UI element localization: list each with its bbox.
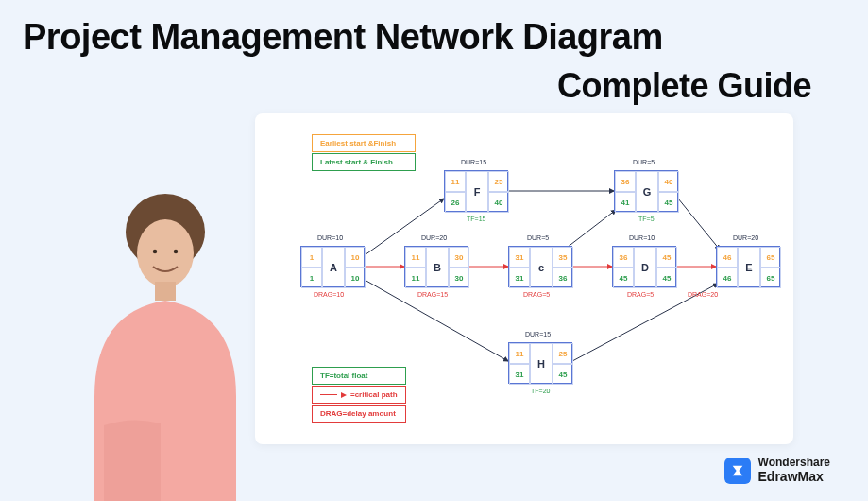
activity-node-a: 1 A 10 1 10	[300, 246, 365, 287]
node-d-es: 36	[613, 247, 634, 268]
node-f-es: 11	[445, 171, 466, 192]
legend-critical-path-label: =critical path	[350, 390, 398, 399]
activity-node-h: 11 H 25 31 45	[508, 342, 572, 384]
node-e-es: 46	[717, 247, 738, 268]
page-title-line2: Complete Guide	[557, 66, 811, 106]
node-a-id: A	[322, 247, 345, 288]
activity-node-f: 11 F 25 26 40	[444, 170, 508, 212]
node-c-ls: 31	[509, 268, 530, 288]
brand-logo: Wondershare EdrawMax	[724, 457, 830, 484]
node-d-id: D	[634, 247, 656, 288]
node-b-drag: DRAG=15	[417, 291, 448, 298]
node-c-ef: 35	[553, 247, 573, 268]
svg-point-12	[137, 219, 194, 287]
activity-node-e: 46 E 65 46 65	[716, 246, 780, 287]
node-f-id: F	[466, 171, 488, 213]
node-e-ef: 65	[760, 247, 781, 268]
node-c-id: c	[530, 247, 553, 288]
node-c-drag: DRAG=5	[523, 291, 550, 298]
node-d-ls: 45	[613, 268, 634, 288]
svg-line-6	[567, 210, 616, 248]
node-g-tf: TF=5	[638, 216, 655, 222]
node-h-id: H	[530, 343, 553, 385]
activity-node-g: 36 G 40 41 45	[614, 170, 678, 212]
activity-node-b: 11 B 30 11 30	[404, 246, 468, 287]
node-e-duration: DUR=20	[733, 234, 758, 241]
node-f-duration: DUR=15	[461, 159, 486, 165]
node-f-tf: TF=15	[467, 216, 485, 222]
node-b-duration: DUR=20	[421, 234, 447, 241]
node-h-ls: 31	[509, 364, 530, 385]
node-g-duration: DUR=5	[633, 159, 655, 165]
node-h-lf: 45	[553, 364, 573, 385]
critical-path-line-icon	[320, 394, 337, 395]
svg-point-15	[174, 250, 178, 253]
person-photo	[57, 180, 274, 501]
node-f-ef: 25	[488, 171, 509, 192]
node-b-ls: 11	[405, 268, 426, 288]
node-h-es: 11	[509, 343, 530, 364]
node-a-lf: 10	[345, 268, 366, 288]
legend-total-float: TF=total float	[312, 367, 406, 385]
legend-drag-amount: DRAG=delay amount	[312, 405, 406, 423]
node-g-ef: 40	[658, 171, 679, 192]
node-a-es: 1	[301, 247, 322, 268]
legend-earliest-start-finish: Earliest start &Finish	[312, 134, 416, 152]
node-g-id: G	[636, 171, 658, 213]
node-b-lf: 30	[449, 268, 469, 288]
node-e-ls: 46	[717, 268, 738, 288]
node-d-drag: DRAG=5	[627, 291, 654, 298]
node-b-id: B	[426, 247, 449, 288]
network-diagram-card: Earliest start &Finish Latest start & Fi…	[255, 113, 793, 444]
node-a-drag: DRAG=10	[314, 291, 344, 298]
svg-line-7	[678, 199, 720, 250]
node-e-drag: DRAG=20	[688, 291, 718, 298]
node-d-ef: 45	[656, 247, 677, 268]
node-c-es: 31	[509, 247, 530, 268]
node-g-ls: 41	[615, 192, 636, 213]
brand-line2: EdrawMax	[758, 470, 830, 484]
node-a-duration: DUR=10	[317, 234, 343, 241]
node-h-tf: TF=20	[531, 388, 550, 394]
page-title-line1: Project Management Network Diagram	[23, 17, 663, 58]
network-diagram: Earliest start &Finish Latest start & Fi…	[255, 113, 793, 444]
node-c-lf: 36	[553, 268, 573, 288]
node-d-duration: DUR=10	[629, 234, 655, 241]
node-f-ls: 26	[445, 192, 466, 213]
critical-path-arrowhead-icon	[341, 392, 347, 398]
node-g-lf: 45	[658, 192, 679, 213]
node-d-lf: 45	[656, 268, 677, 288]
svg-rect-13	[155, 282, 176, 301]
node-e-lf: 65	[760, 268, 781, 288]
node-a-ls: 1	[301, 268, 322, 288]
node-g-es: 36	[615, 171, 636, 192]
node-h-duration: DUR=15	[525, 331, 551, 337]
node-b-es: 11	[405, 247, 426, 268]
edrawmax-icon	[724, 458, 751, 484]
legend-critical-path: =critical path	[312, 386, 406, 404]
svg-point-14	[153, 250, 157, 253]
brand-line1: Wondershare	[758, 457, 830, 469]
legend-latest-start-finish: Latest start & Finish	[312, 153, 416, 171]
node-f-lf: 40	[488, 192, 509, 213]
node-a-ef: 10	[345, 247, 366, 268]
activity-node-d: 36 D 45 45 45	[612, 246, 676, 287]
node-c-duration: DUR=5	[527, 234, 549, 241]
activity-node-c: 31 c 35 31 36	[508, 246, 572, 287]
node-h-ef: 25	[553, 343, 573, 364]
node-b-ef: 30	[449, 247, 469, 268]
node-e-id: E	[738, 247, 760, 288]
